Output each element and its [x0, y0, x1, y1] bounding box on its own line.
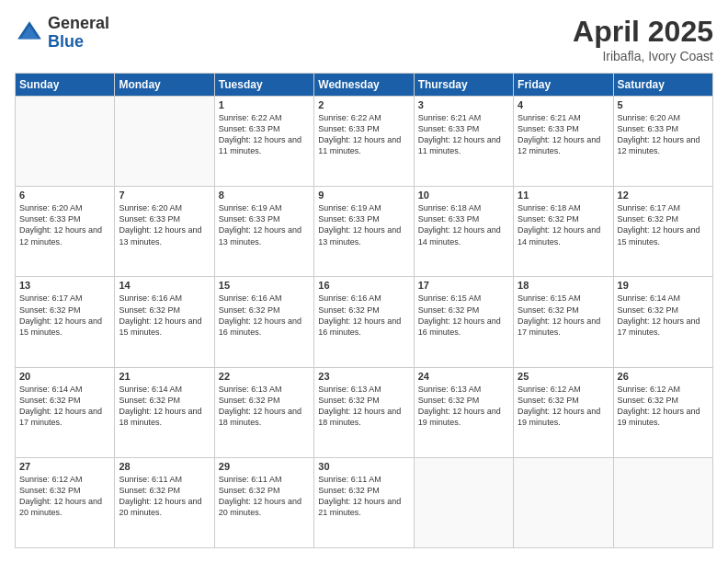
calendar-cell: 28Sunrise: 6:11 AM Sunset: 6:32 PM Dayli…	[115, 457, 214, 547]
day-info: Sunrise: 6:20 AM Sunset: 6:33 PM Dayligh…	[618, 112, 709, 157]
day-number: 27	[19, 461, 110, 472]
day-info: Sunrise: 6:17 AM Sunset: 6:32 PM Dayligh…	[618, 202, 709, 247]
day-number: 21	[119, 371, 210, 382]
day-info: Sunrise: 6:19 AM Sunset: 6:33 PM Dayligh…	[318, 202, 409, 247]
calendar-cell: 27Sunrise: 6:12 AM Sunset: 6:32 PM Dayli…	[16, 457, 115, 547]
calendar-cell: 13Sunrise: 6:17 AM Sunset: 6:32 PM Dayli…	[16, 277, 115, 367]
day-number: 22	[219, 371, 310, 382]
weekday-header: Thursday	[414, 74, 513, 97]
weekday-header: Saturday	[613, 74, 712, 97]
day-number: 17	[418, 280, 509, 291]
day-info: Sunrise: 6:13 AM Sunset: 6:32 PM Dayligh…	[318, 384, 409, 429]
day-number: 26	[618, 371, 709, 382]
day-info: Sunrise: 6:13 AM Sunset: 6:32 PM Dayligh…	[418, 384, 509, 429]
logo-icon	[15, 18, 44, 48]
day-info: Sunrise: 6:16 AM Sunset: 6:32 PM Dayligh…	[119, 293, 210, 338]
calendar-week-row: 1Sunrise: 6:22 AM Sunset: 6:33 PM Daylig…	[16, 97, 713, 187]
day-number: 9	[318, 190, 409, 201]
calendar-title: April 2025	[573, 15, 713, 49]
calendar-cell	[613, 457, 712, 547]
day-info: Sunrise: 6:14 AM Sunset: 6:32 PM Dayligh…	[19, 384, 110, 429]
day-number: 12	[618, 190, 709, 201]
calendar-cell: 17Sunrise: 6:15 AM Sunset: 6:32 PM Dayli…	[414, 277, 513, 367]
calendar-week-row: 27Sunrise: 6:12 AM Sunset: 6:32 PM Dayli…	[16, 457, 713, 547]
calendar-cell: 29Sunrise: 6:11 AM Sunset: 6:32 PM Dayli…	[214, 457, 313, 547]
calendar-table: SundayMondayTuesdayWednesdayThursdayFrid…	[15, 73, 713, 548]
calendar-cell: 2Sunrise: 6:22 AM Sunset: 6:33 PM Daylig…	[314, 97, 414, 187]
logo-general: General	[48, 15, 109, 33]
day-number: 28	[119, 461, 210, 472]
calendar-subtitle: Iribafla, Ivory Coast	[573, 49, 713, 63]
day-info: Sunrise: 6:20 AM Sunset: 6:33 PM Dayligh…	[119, 202, 210, 247]
calendar-cell: 10Sunrise: 6:18 AM Sunset: 6:33 PM Dayli…	[414, 187, 513, 277]
calendar-cell	[16, 97, 115, 187]
day-number: 2	[318, 99, 409, 110]
calendar-cell: 6Sunrise: 6:20 AM Sunset: 6:33 PM Daylig…	[16, 187, 115, 277]
calendar-cell: 18Sunrise: 6:15 AM Sunset: 6:32 PM Dayli…	[514, 277, 613, 367]
day-info: Sunrise: 6:11 AM Sunset: 6:32 PM Dayligh…	[219, 474, 310, 519]
title-block: April 2025 Iribafla, Ivory Coast	[573, 15, 713, 63]
logo: General Blue	[15, 15, 109, 52]
calendar-cell: 7Sunrise: 6:20 AM Sunset: 6:33 PM Daylig…	[115, 187, 214, 277]
day-number: 3	[418, 99, 509, 110]
day-info: Sunrise: 6:13 AM Sunset: 6:32 PM Dayligh…	[219, 384, 310, 429]
day-number: 7	[119, 190, 210, 201]
day-info: Sunrise: 6:12 AM Sunset: 6:32 PM Dayligh…	[518, 384, 609, 429]
day-info: Sunrise: 6:21 AM Sunset: 6:33 PM Dayligh…	[418, 112, 509, 157]
day-info: Sunrise: 6:20 AM Sunset: 6:33 PM Dayligh…	[19, 202, 110, 247]
day-number: 16	[318, 280, 409, 291]
day-number: 1	[219, 99, 310, 110]
day-number: 8	[219, 190, 310, 201]
calendar-week-row: 6Sunrise: 6:20 AM Sunset: 6:33 PM Daylig…	[16, 187, 713, 277]
day-number: 15	[219, 280, 310, 291]
calendar-cell: 26Sunrise: 6:12 AM Sunset: 6:32 PM Dayli…	[613, 367, 712, 457]
day-number: 18	[518, 280, 609, 291]
calendar-cell	[414, 457, 513, 547]
calendar-cell: 8Sunrise: 6:19 AM Sunset: 6:33 PM Daylig…	[214, 187, 313, 277]
calendar-cell	[514, 457, 613, 547]
calendar-cell: 24Sunrise: 6:13 AM Sunset: 6:32 PM Dayli…	[414, 367, 513, 457]
day-info: Sunrise: 6:14 AM Sunset: 6:32 PM Dayligh…	[119, 384, 210, 429]
calendar-cell: 16Sunrise: 6:16 AM Sunset: 6:32 PM Dayli…	[314, 277, 414, 367]
day-info: Sunrise: 6:18 AM Sunset: 6:32 PM Dayligh…	[518, 202, 609, 247]
day-number: 6	[19, 190, 110, 201]
day-number: 30	[318, 461, 409, 472]
day-info: Sunrise: 6:19 AM Sunset: 6:33 PM Dayligh…	[219, 202, 310, 247]
calendar-cell: 5Sunrise: 6:20 AM Sunset: 6:33 PM Daylig…	[613, 97, 712, 187]
calendar-cell: 4Sunrise: 6:21 AM Sunset: 6:33 PM Daylig…	[514, 97, 613, 187]
day-info: Sunrise: 6:12 AM Sunset: 6:32 PM Dayligh…	[618, 384, 709, 429]
day-info: Sunrise: 6:21 AM Sunset: 6:33 PM Dayligh…	[518, 112, 609, 157]
day-info: Sunrise: 6:11 AM Sunset: 6:32 PM Dayligh…	[119, 474, 210, 519]
day-number: 23	[318, 371, 409, 382]
calendar-cell: 11Sunrise: 6:18 AM Sunset: 6:32 PM Dayli…	[514, 187, 613, 277]
weekday-header: Sunday	[16, 74, 115, 97]
day-number: 13	[19, 280, 110, 291]
day-number: 5	[618, 99, 709, 110]
day-number: 29	[219, 461, 310, 472]
weekday-header: Tuesday	[214, 74, 313, 97]
day-info: Sunrise: 6:22 AM Sunset: 6:33 PM Dayligh…	[318, 112, 409, 157]
calendar-week-row: 13Sunrise: 6:17 AM Sunset: 6:32 PM Dayli…	[16, 277, 713, 367]
weekday-header: Friday	[514, 74, 613, 97]
day-info: Sunrise: 6:11 AM Sunset: 6:32 PM Dayligh…	[318, 474, 409, 519]
calendar-cell: 30Sunrise: 6:11 AM Sunset: 6:32 PM Dayli…	[314, 457, 414, 547]
calendar-cell: 20Sunrise: 6:14 AM Sunset: 6:32 PM Dayli…	[16, 367, 115, 457]
day-info: Sunrise: 6:15 AM Sunset: 6:32 PM Dayligh…	[518, 293, 609, 338]
weekday-header: Monday	[115, 74, 214, 97]
page: General Blue April 2025 Iribafla, Ivory …	[0, 0, 728, 563]
day-info: Sunrise: 6:22 AM Sunset: 6:33 PM Dayligh…	[219, 112, 310, 157]
day-info: Sunrise: 6:12 AM Sunset: 6:32 PM Dayligh…	[19, 474, 110, 519]
calendar-cell: 21Sunrise: 6:14 AM Sunset: 6:32 PM Dayli…	[115, 367, 214, 457]
calendar-cell: 22Sunrise: 6:13 AM Sunset: 6:32 PM Dayli…	[214, 367, 313, 457]
day-info: Sunrise: 6:16 AM Sunset: 6:32 PM Dayligh…	[318, 293, 409, 338]
logo-blue: Blue	[48, 33, 109, 52]
day-info: Sunrise: 6:14 AM Sunset: 6:32 PM Dayligh…	[618, 293, 709, 338]
day-info: Sunrise: 6:18 AM Sunset: 6:33 PM Dayligh…	[418, 202, 509, 247]
calendar-cell: 15Sunrise: 6:16 AM Sunset: 6:32 PM Dayli…	[214, 277, 313, 367]
day-number: 14	[119, 280, 210, 291]
weekday-header: Wednesday	[314, 74, 414, 97]
weekday-header-row: SundayMondayTuesdayWednesdayThursdayFrid…	[16, 74, 713, 97]
calendar-cell: 25Sunrise: 6:12 AM Sunset: 6:32 PM Dayli…	[514, 367, 613, 457]
calendar-cell: 3Sunrise: 6:21 AM Sunset: 6:33 PM Daylig…	[414, 97, 513, 187]
day-number: 19	[618, 280, 709, 291]
